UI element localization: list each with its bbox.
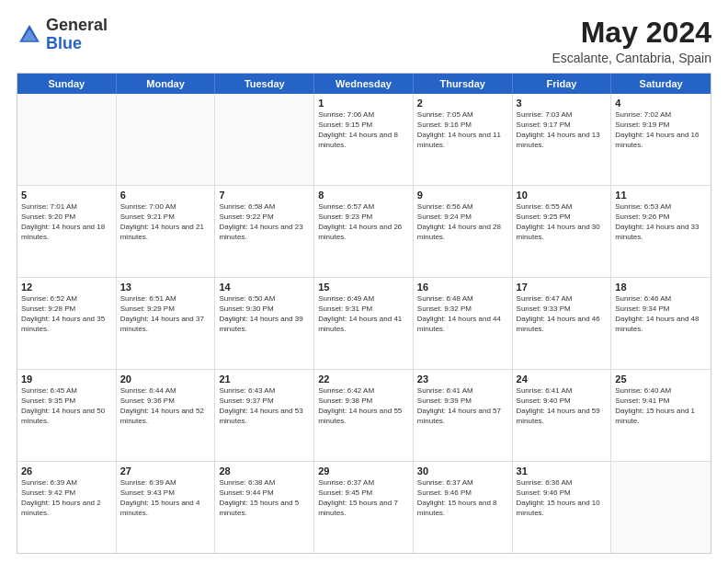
cell-details: Sunrise: 6:56 AM Sunset: 9:24 PM Dayligh… [417, 202, 508, 242]
page: General Blue May 2024 Escalante, Cantabr… [0, 0, 728, 563]
day-number: 15 [318, 281, 409, 293]
cell-details: Sunrise: 6:40 AM Sunset: 9:41 PM Dayligh… [615, 386, 707, 426]
cal-cell-day-21: 21Sunrise: 6:43 AM Sunset: 9:37 PM Dayli… [215, 370, 314, 461]
cell-details: Sunrise: 6:37 AM Sunset: 9:45 PM Dayligh… [318, 478, 409, 518]
day-number: 4 [615, 97, 707, 109]
cell-details: Sunrise: 6:43 AM Sunset: 9:37 PM Dayligh… [219, 386, 310, 426]
cal-cell-day-11: 11Sunrise: 6:53 AM Sunset: 9:26 PM Dayli… [611, 186, 711, 277]
cal-cell-empty [17, 94, 117, 185]
day-number: 9 [417, 189, 508, 201]
day-number: 8 [318, 189, 409, 201]
day-number: 27 [120, 465, 211, 477]
calendar-body: 1Sunrise: 7:06 AM Sunset: 9:15 PM Daylig… [17, 94, 711, 553]
cell-details: Sunrise: 6:44 AM Sunset: 9:36 PM Dayligh… [120, 386, 211, 426]
day-number: 10 [517, 189, 608, 201]
cal-cell-empty [215, 94, 314, 185]
cal-cell-day-10: 10Sunrise: 6:55 AM Sunset: 9:25 PM Dayli… [513, 186, 612, 277]
day-number: 6 [120, 189, 211, 201]
logo: General Blue [17, 17, 108, 53]
cal-cell-day-16: 16Sunrise: 6:48 AM Sunset: 9:32 PM Dayli… [414, 278, 513, 369]
cell-details: Sunrise: 7:03 AM Sunset: 9:17 PM Dayligh… [517, 110, 608, 150]
cell-details: Sunrise: 7:01 AM Sunset: 9:20 PM Dayligh… [21, 202, 112, 242]
logo-icon [17, 22, 42, 48]
cell-details: Sunrise: 6:52 AM Sunset: 9:28 PM Dayligh… [21, 294, 112, 334]
cell-details: Sunrise: 7:00 AM Sunset: 9:21 PM Dayligh… [120, 202, 211, 242]
day-number: 16 [417, 281, 508, 293]
cal-cell-day-9: 9Sunrise: 6:56 AM Sunset: 9:24 PM Daylig… [414, 186, 513, 277]
day-number: 17 [517, 281, 608, 293]
cal-header-tuesday: Tuesday [215, 74, 314, 94]
day-number: 22 [318, 373, 409, 385]
month-title: May 2024 [552, 17, 711, 49]
day-number: 11 [615, 189, 707, 201]
logo-general: General [46, 16, 108, 34]
cal-cell-day-12: 12Sunrise: 6:52 AM Sunset: 9:28 PM Dayli… [17, 278, 117, 369]
cal-cell-empty [611, 462, 711, 553]
cal-cell-day-2: 2Sunrise: 7:05 AM Sunset: 9:16 PM Daylig… [414, 94, 513, 185]
cal-header-monday: Monday [117, 74, 216, 94]
cell-details: Sunrise: 6:37 AM Sunset: 9:46 PM Dayligh… [417, 478, 508, 518]
calendar-header-row: SundayMondayTuesdayWednesdayThursdayFrid… [17, 74, 711, 94]
cell-details: Sunrise: 6:39 AM Sunset: 9:42 PM Dayligh… [21, 478, 112, 518]
cal-cell-day-5: 5Sunrise: 7:01 AM Sunset: 9:20 PM Daylig… [17, 186, 117, 277]
day-number: 21 [219, 373, 310, 385]
cal-cell-day-28: 28Sunrise: 6:38 AM Sunset: 9:44 PM Dayli… [215, 462, 314, 553]
day-number: 23 [417, 373, 508, 385]
cal-cell-day-17: 17Sunrise: 6:47 AM Sunset: 9:33 PM Dayli… [513, 278, 612, 369]
cell-details: Sunrise: 6:50 AM Sunset: 9:30 PM Dayligh… [219, 294, 310, 334]
cal-cell-day-4: 4Sunrise: 7:02 AM Sunset: 9:19 PM Daylig… [611, 94, 711, 185]
cal-week-2: 5Sunrise: 7:01 AM Sunset: 9:20 PM Daylig… [17, 186, 711, 278]
cell-details: Sunrise: 6:58 AM Sunset: 9:22 PM Dayligh… [219, 202, 310, 242]
cal-cell-day-26: 26Sunrise: 6:39 AM Sunset: 9:42 PM Dayli… [17, 462, 117, 553]
cal-cell-day-22: 22Sunrise: 6:42 AM Sunset: 9:38 PM Dayli… [314, 370, 414, 461]
day-number: 25 [615, 373, 707, 385]
cal-week-5: 26Sunrise: 6:39 AM Sunset: 9:42 PM Dayli… [17, 462, 711, 553]
day-number: 1 [318, 97, 409, 109]
calendar: SundayMondayTuesdayWednesdayThursdayFrid… [17, 73, 711, 554]
cal-header-sunday: Sunday [17, 74, 117, 94]
cal-cell-day-15: 15Sunrise: 6:49 AM Sunset: 9:31 PM Dayli… [314, 278, 414, 369]
day-number: 12 [21, 281, 112, 293]
cal-cell-day-31: 31Sunrise: 6:36 AM Sunset: 9:46 PM Dayli… [513, 462, 612, 553]
day-number: 3 [517, 97, 608, 109]
cal-cell-day-7: 7Sunrise: 6:58 AM Sunset: 9:22 PM Daylig… [215, 186, 314, 277]
cal-cell-day-1: 1Sunrise: 7:06 AM Sunset: 9:15 PM Daylig… [314, 94, 414, 185]
day-number: 31 [517, 465, 608, 477]
cal-cell-day-18: 18Sunrise: 6:46 AM Sunset: 9:34 PM Dayli… [611, 278, 711, 369]
cal-cell-day-24: 24Sunrise: 6:41 AM Sunset: 9:40 PM Dayli… [513, 370, 612, 461]
cal-cell-empty [117, 94, 216, 185]
day-number: 30 [417, 465, 508, 477]
header: General Blue May 2024 Escalante, Cantabr… [17, 17, 711, 65]
cell-details: Sunrise: 6:47 AM Sunset: 9:33 PM Dayligh… [517, 294, 608, 334]
cell-details: Sunrise: 6:53 AM Sunset: 9:26 PM Dayligh… [615, 202, 707, 242]
cal-cell-day-29: 29Sunrise: 6:37 AM Sunset: 9:45 PM Dayli… [314, 462, 414, 553]
cell-details: Sunrise: 6:55 AM Sunset: 9:25 PM Dayligh… [517, 202, 608, 242]
cal-cell-day-6: 6Sunrise: 7:00 AM Sunset: 9:21 PM Daylig… [117, 186, 216, 277]
cell-details: Sunrise: 6:51 AM Sunset: 9:29 PM Dayligh… [120, 294, 211, 334]
cal-header-thursday: Thursday [414, 74, 513, 94]
day-number: 5 [21, 189, 112, 201]
day-number: 24 [517, 373, 608, 385]
cell-details: Sunrise: 6:41 AM Sunset: 9:40 PM Dayligh… [517, 386, 608, 426]
cell-details: Sunrise: 6:46 AM Sunset: 9:34 PM Dayligh… [615, 294, 707, 334]
cal-cell-day-19: 19Sunrise: 6:45 AM Sunset: 9:35 PM Dayli… [17, 370, 117, 461]
cell-details: Sunrise: 6:42 AM Sunset: 9:38 PM Dayligh… [318, 386, 409, 426]
cal-cell-day-30: 30Sunrise: 6:37 AM Sunset: 9:46 PM Dayli… [414, 462, 513, 553]
cell-details: Sunrise: 6:41 AM Sunset: 9:39 PM Dayligh… [417, 386, 508, 426]
day-number: 18 [615, 281, 707, 293]
day-number: 7 [219, 189, 310, 201]
cal-week-1: 1Sunrise: 7:06 AM Sunset: 9:15 PM Daylig… [17, 94, 711, 186]
cell-details: Sunrise: 7:05 AM Sunset: 9:16 PM Dayligh… [417, 110, 508, 150]
day-number: 13 [120, 281, 211, 293]
cal-week-4: 19Sunrise: 6:45 AM Sunset: 9:35 PM Dayli… [17, 370, 711, 462]
cal-cell-day-27: 27Sunrise: 6:39 AM Sunset: 9:43 PM Dayli… [117, 462, 216, 553]
location: Escalante, Cantabria, Spain [552, 51, 711, 65]
cell-details: Sunrise: 6:39 AM Sunset: 9:43 PM Dayligh… [120, 478, 211, 518]
day-number: 29 [318, 465, 409, 477]
logo-blue: Blue [46, 34, 82, 52]
day-number: 19 [21, 373, 112, 385]
cell-details: Sunrise: 7:06 AM Sunset: 9:15 PM Dayligh… [318, 110, 409, 150]
cal-week-3: 12Sunrise: 6:52 AM Sunset: 9:28 PM Dayli… [17, 278, 711, 370]
cell-details: Sunrise: 6:49 AM Sunset: 9:31 PM Dayligh… [318, 294, 409, 334]
cell-details: Sunrise: 6:36 AM Sunset: 9:46 PM Dayligh… [517, 478, 608, 518]
